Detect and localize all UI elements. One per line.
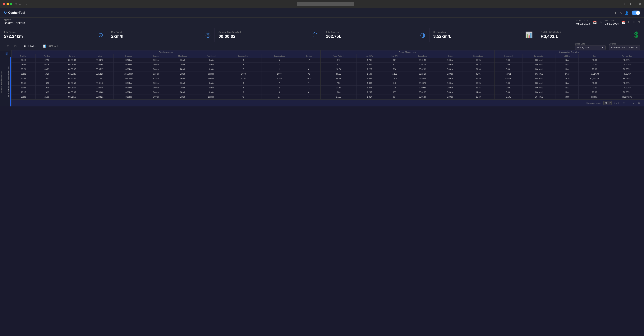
pagination-controls: ⟨⟨ ‹ › ⟩⟩ <box>622 101 641 105</box>
items-per-page-select[interactable]: 10 25 50 <box>603 101 612 105</box>
home-icon[interactable]: ⌂ <box>620 11 622 15</box>
close-button[interactable] <box>3 3 5 5</box>
theme-toggle[interactable] <box>632 11 640 15</box>
table-cell: R5.85/km <box>610 72 644 76</box>
table-cell: 19:39 <box>36 86 58 90</box>
chevron-down-icon[interactable]: ⌄ <box>18 2 21 6</box>
minimize-button[interactable] <box>6 3 9 5</box>
table-cell: 2 070 <box>226 72 262 76</box>
table-cell: 1 201 <box>356 58 382 63</box>
first-page-button[interactable]: ⟨⟨ <box>622 101 626 105</box>
tab-details[interactable]: ≡ DETAILS <box>21 42 39 50</box>
table-cell: 0.00L <box>494 90 522 95</box>
table-cell: 09:21 <box>12 67 36 72</box>
table-cell: 00:03:05 <box>58 90 86 95</box>
stat-value-speed: 2km/h <box>111 34 124 39</box>
prev-page-button[interactable]: ‹ <box>627 101 630 105</box>
table-row: 08:2208:2500:03:2200:00:560.08km0.00km2k… <box>12 63 644 67</box>
tab-trips[interactable]: ⊞ TRIPS <box>4 42 20 50</box>
compare-icon: 📊 <box>43 45 46 48</box>
table-cell: 2km/h <box>168 63 197 67</box>
table-cell: 00:03:22 <box>58 63 86 67</box>
settings-icon[interactable]: ⚙ <box>638 21 640 24</box>
consumption-icon: 📊 <box>525 31 533 39</box>
back-icon[interactable]: ‹ <box>24 3 24 5</box>
new-tab-icon[interactable]: + <box>634 2 636 6</box>
address-input[interactable] <box>297 2 354 6</box>
table-cell: 8 <box>226 63 262 67</box>
stat-max-speed: Max Speed 2km/h ◎ <box>107 28 215 42</box>
col-elev-gain: Elevation Gain <box>226 54 262 58</box>
table-cell: 3km/h <box>197 67 226 72</box>
table-cell: 19.25 <box>462 81 494 86</box>
distance-select-label: Distance <box>609 43 640 45</box>
table-cell: 0.00km <box>144 67 168 72</box>
download-icon[interactable]: ⬇ <box>633 21 635 24</box>
tabs-icon[interactable]: ⧉ <box>639 2 641 6</box>
table-cell: R0.00 <box>579 67 610 72</box>
table-cell: 03:24:18 <box>407 72 438 76</box>
share-icon[interactable]: ⬆ <box>629 2 632 6</box>
stat-label-speed: Max Speed <box>111 31 124 33</box>
table-container: Trip Information Engine Management Consu… <box>12 51 644 106</box>
stat-label-cost: Fuel Cost (R5.95/km) <box>541 31 561 33</box>
share-header-icon[interactable]: ⬆ <box>614 11 617 15</box>
table-cell: 66km/h <box>197 72 226 76</box>
table-cell: 1 088 <box>356 81 382 86</box>
tab-details-label: DETAILS <box>27 45 36 47</box>
table-cell: 00:00:45 <box>86 86 114 90</box>
table-cell: 7 <box>297 63 321 67</box>
table-cell: 0.00km <box>438 67 462 72</box>
table-cell: 5 <box>261 58 297 63</box>
table-cell: 1 997 <box>261 72 297 76</box>
tab-compare-label: COMPARE <box>48 45 59 47</box>
table-cell: R6.07/km <box>610 76 644 81</box>
table-cell: R1,514.93 <box>579 72 610 76</box>
refresh-icon[interactable]: ↻ <box>624 2 626 6</box>
table-cell: N/A <box>556 63 579 67</box>
calendar-range-icon[interactable]: 📅 <box>622 21 626 24</box>
sort-icon[interactable]: ↓ <box>6 52 8 56</box>
col-max-rpm: Max RPM <box>356 54 382 58</box>
col-accel: Accel Pedal % <box>321 54 356 58</box>
engine-mgmt-header: Engine Management <box>321 51 494 54</box>
header-actions: ⬆ ⌂ 👤 <box>614 11 640 15</box>
distance-select[interactable]: Hide less than 0.05 km ▼ <box>609 45 640 50</box>
table-cell: 1 509 <box>356 72 382 76</box>
sidebar-body: VEHICLES - Bakers Tankers DAYS - HMJ 962… <box>0 57 11 106</box>
col-cost: Cost <box>579 54 610 58</box>
table-cell: 1.15km <box>144 76 168 81</box>
trips-icon: ⊞ <box>7 45 9 48</box>
refresh-date-icon[interactable]: ↻ <box>628 21 630 24</box>
down-arrow-icon[interactable]: ↓ <box>4 52 5 55</box>
last-page-button[interactable]: ⟩⟩ <box>637 101 641 105</box>
items-per-page-label: Items per page: <box>586 102 601 104</box>
table-cell: 17.56 <box>321 95 356 99</box>
table-cell: 261.30km <box>114 72 144 76</box>
date-select[interactable]: Nov 8, 2024 ▼ <box>575 45 606 50</box>
table-cell: 0.00km <box>144 86 168 90</box>
forward-icon[interactable]: › <box>26 3 27 5</box>
user-icon[interactable]: 👤 <box>625 11 629 15</box>
stat-value-consumption: 3.52km/L <box>433 34 452 39</box>
table-cell: 9.23 <box>321 63 356 67</box>
maximize-button[interactable] <box>10 3 12 5</box>
table-cell: 0.00 km/L <box>522 86 556 90</box>
table-scroll[interactable]: Trip Information Engine Management Consu… <box>12 51 644 99</box>
tab-compare[interactable]: 📊 COMPARE <box>40 42 62 50</box>
calendar-icon[interactable]: 📅 <box>593 21 597 24</box>
end-date-label: End Date <box>605 20 619 22</box>
sidebar-toggle-icon[interactable]: ⊟ <box>14 2 17 6</box>
next-page-button[interactable]: › <box>632 101 635 105</box>
distance-icon: ⊙ <box>98 31 103 39</box>
table-cell: 917 <box>382 95 407 99</box>
table-cell: 00:08:07 <box>58 67 86 72</box>
client-bar: Client Bakers Tankers Start Date 08-11-2… <box>0 18 644 28</box>
table-cell: R0.00 <box>579 86 610 90</box>
table-cell: 0.12km <box>114 58 144 63</box>
stats-bar: Total Distance 572.24km ⊙ Max Speed 2km/… <box>0 28 644 42</box>
table-cell: 20:10 <box>12 90 36 95</box>
stat-value-distance: 572.24km <box>4 34 23 39</box>
table-cell: 306.75km <box>114 76 144 81</box>
stat-value-consumed: 162.75L <box>326 34 342 39</box>
